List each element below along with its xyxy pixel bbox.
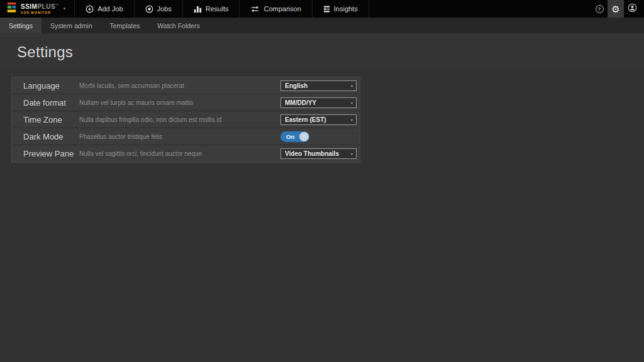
setting-description: Nulla dapibus fringilla odio, non dictum… xyxy=(79,116,280,123)
setting-control: Eastern (EST) ▾ xyxy=(280,114,360,125)
setting-description: Morbi iaculis, sem accumsan placerat xyxy=(79,82,280,89)
help-button[interactable]: ? xyxy=(591,0,608,18)
content-area: Language Morbi iaculis, sem accumsan pla… xyxy=(0,67,644,163)
chevron-down-icon: ▾ xyxy=(351,101,356,105)
jobs-icon xyxy=(145,5,153,13)
toggle-knob-icon xyxy=(299,132,309,141)
chevron-down-icon: ▾ xyxy=(351,151,356,156)
select-value: MM/DD/YY xyxy=(281,99,351,106)
ssimplus-logo-icon xyxy=(6,2,18,16)
tab-watch-folders[interactable]: Watch Folders xyxy=(148,18,208,33)
account-icon xyxy=(628,3,637,15)
setting-label: Dark Mode xyxy=(12,132,79,141)
setting-description: Nullam vel turpis ac mauris ornare matti… xyxy=(79,99,280,106)
setting-label: Date format xyxy=(12,98,79,107)
time-zone-select[interactable]: Eastern (EST) ▾ xyxy=(280,114,357,125)
comparison-icon xyxy=(250,6,260,13)
insights-icon xyxy=(323,6,330,13)
brand[interactable]: SSIMPLUS™ VOD MONITOR ▾ xyxy=(0,0,74,18)
tab-system-admin[interactable]: System admin xyxy=(42,18,101,33)
main-nav: Add Job Jobs Results Comparison Insights xyxy=(74,0,369,18)
brand-text: SSIMPLUS™ VOD MONITOR xyxy=(21,4,59,14)
setting-description: Nulla vel sagittis orci, tincidunt aucto… xyxy=(79,150,280,157)
select-value: Eastern (EST) xyxy=(281,116,351,123)
brand-name: SSIMPLUS™ xyxy=(21,4,59,10)
setting-control: MM/DD/YY ▾ xyxy=(280,97,360,108)
gear-icon: ⚙ xyxy=(611,4,619,14)
settings-panel: Language Morbi iaculis, sem accumsan pla… xyxy=(11,77,360,163)
tab-settings[interactable]: Settings xyxy=(0,18,42,33)
page-title: Settings xyxy=(17,43,73,61)
results-icon xyxy=(194,6,202,13)
tab-templates[interactable]: Templates xyxy=(101,18,148,33)
brand-subtitle: VOD MONITOR xyxy=(21,11,59,14)
top-nav: SSIMPLUS™ VOD MONITOR ▾ Add Job Jobs Res… xyxy=(0,0,644,18)
add-job-icon xyxy=(86,5,94,13)
account-button[interactable] xyxy=(624,0,640,18)
setting-description: Phasellus auctor tristique felis xyxy=(79,133,280,140)
nav-item-comparison[interactable]: Comparison xyxy=(239,0,311,18)
setting-label: Language xyxy=(12,81,79,90)
dark-mode-toggle[interactable]: On xyxy=(280,131,309,142)
chevron-down-icon[interactable]: ▾ xyxy=(64,6,66,11)
language-select[interactable]: English ▾ xyxy=(280,80,357,91)
toggle-state-label: On xyxy=(280,133,294,140)
tab-bar: SettingsSystem adminTemplatesWatch Folde… xyxy=(0,18,644,33)
select-value: Video Thumbnails xyxy=(281,150,351,157)
page-header: Settings xyxy=(0,33,644,67)
nav-item-add-job[interactable]: Add Job xyxy=(74,0,133,18)
help-icon: ? xyxy=(596,5,604,13)
settings-row-language: Language Morbi iaculis, sem accumsan pla… xyxy=(12,77,360,94)
setting-label: Preview Pane xyxy=(12,149,79,158)
setting-label: Time Zone xyxy=(12,115,79,124)
nav-right-icons: ? ⚙ xyxy=(591,0,644,18)
nav-item-jobs[interactable]: Jobs xyxy=(134,0,182,18)
date-format-select[interactable]: MM/DD/YY ▾ xyxy=(280,97,357,108)
settings-row-date-format: Date format Nullam vel turpis ac mauris … xyxy=(12,94,360,111)
setting-control: On xyxy=(280,131,360,142)
setting-control: Video Thumbnails ▾ xyxy=(280,148,360,159)
settings-row-dark-mode: Dark Mode Phasellus auctor tristique fel… xyxy=(12,128,360,145)
chevron-down-icon: ▾ xyxy=(351,118,356,122)
nav-item-results[interactable]: Results xyxy=(182,0,240,18)
select-value: English xyxy=(281,82,351,89)
settings-row-preview-pane: Preview Pane Nulla vel sagittis orci, ti… xyxy=(12,145,360,162)
preview-pane-select[interactable]: Video Thumbnails ▾ xyxy=(280,148,357,159)
settings-gear-button[interactable]: ⚙ xyxy=(608,0,624,18)
settings-row-time-zone: Time Zone Nulla dapibus fringilla odio, … xyxy=(12,111,360,128)
nav-item-insights[interactable]: Insights xyxy=(312,0,369,18)
chevron-down-icon: ▾ xyxy=(351,84,356,88)
setting-control: English ▾ xyxy=(280,80,360,91)
